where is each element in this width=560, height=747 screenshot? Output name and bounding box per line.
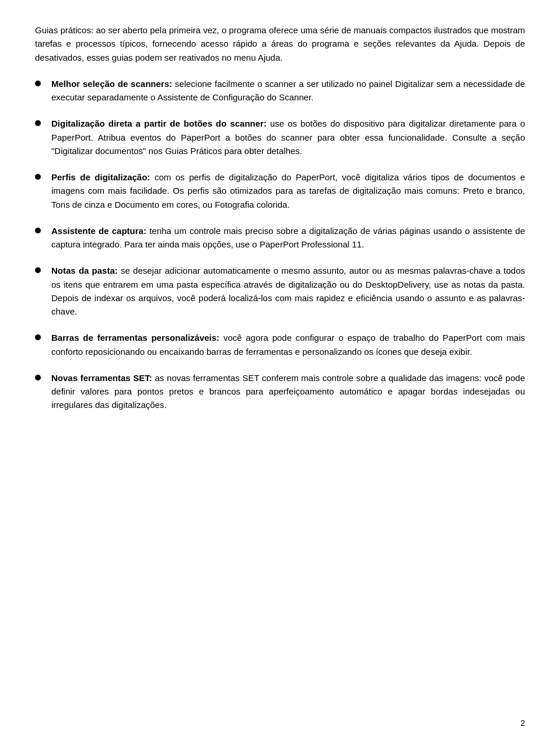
item-content: Perfis de digitalização: com os perfis d… bbox=[51, 170, 525, 211]
list-item: Barras de ferramentas personalizáveis: v… bbox=[35, 331, 525, 358]
bullet-dot-icon bbox=[35, 334, 41, 340]
item-text: Barras de ferramentas personalizáveis: v… bbox=[51, 331, 525, 358]
bullet-dot-icon bbox=[35, 228, 41, 233]
item-content: Melhor seleção de scanners: selecione fa… bbox=[51, 77, 525, 104]
list-item: Notas da pasta: se desejar adicionar aut… bbox=[35, 264, 525, 318]
intro-bold-label: Guias práticos: bbox=[35, 25, 93, 35]
item-content: Barras de ferramentas personalizáveis: v… bbox=[51, 331, 525, 358]
page: Guias práticos: ao ser aberto pela prime… bbox=[0, 0, 560, 747]
item-content: Novas ferramentas SET: as novas ferramen… bbox=[51, 371, 525, 412]
item-bold: Notas da pasta: bbox=[51, 266, 118, 275]
intro-paragraph: Guias práticos: ao ser aberto pela prime… bbox=[35, 23, 525, 64]
bullet-dot-icon bbox=[35, 267, 41, 273]
item-text: Digitalização direta a partir de botões … bbox=[51, 117, 525, 158]
item-text: Assistente de captura: tenha um controle… bbox=[51, 224, 525, 252]
bullet-dot-icon bbox=[35, 81, 41, 86]
item-text: Novas ferramentas SET: as novas ferramen… bbox=[51, 371, 525, 412]
intro-text-content: ao ser aberto pela primeira vez, o progr… bbox=[35, 25, 525, 62]
features-list: Melhor seleção de scanners: selecione fa… bbox=[35, 77, 525, 412]
bullet-dot-icon bbox=[35, 375, 41, 381]
item-bold: Barras de ferramentas personalizáveis: bbox=[51, 333, 219, 343]
list-item: Melhor seleção de scanners: selecione fa… bbox=[35, 77, 525, 104]
page-number: 2 bbox=[520, 717, 525, 729]
item-content: Assistente de captura: tenha um controle… bbox=[51, 224, 525, 252]
item-content: Notas da pasta: se desejar adicionar aut… bbox=[51, 264, 525, 318]
item-bold: Digitalização direta a partir de botões … bbox=[51, 118, 267, 128]
list-item: Perfis de digitalização: com os perfis d… bbox=[35, 170, 525, 211]
item-text: Notas da pasta: se desejar adicionar aut… bbox=[51, 264, 525, 318]
item-content: Digitalização direta a partir de botões … bbox=[51, 117, 525, 158]
item-text: Melhor seleção de scanners: selecione fa… bbox=[51, 77, 525, 104]
item-bold: Novas ferramentas SET: bbox=[51, 373, 152, 383]
item-bold: Melhor seleção de scanners: bbox=[51, 79, 172, 89]
item-bold: Perfis de digitalização: bbox=[51, 172, 150, 182]
bullet-dot-icon bbox=[35, 120, 41, 126]
list-item: Digitalização direta a partir de botões … bbox=[35, 117, 525, 158]
bullet-dot-icon bbox=[35, 174, 41, 180]
list-item: Novas ferramentas SET: as novas ferramen… bbox=[35, 371, 525, 412]
item-body: se desejar adicionar automaticamente o m… bbox=[51, 266, 525, 316]
item-text: Perfis de digitalização: com os perfis d… bbox=[51, 170, 525, 211]
item-bold: Assistente de captura: bbox=[51, 226, 146, 236]
list-item: Assistente de captura: tenha um controle… bbox=[35, 224, 525, 252]
